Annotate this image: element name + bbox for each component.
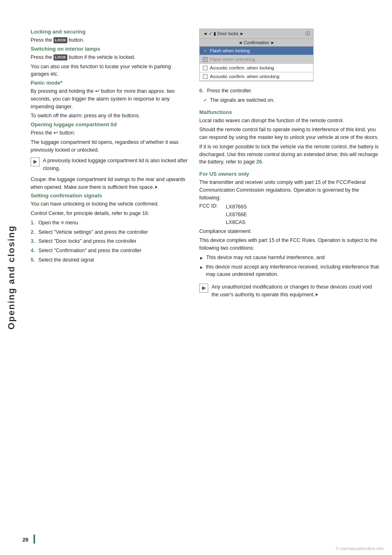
step-2: 2. Select "Vehicle settings" and press t…	[31, 228, 188, 236]
section-panic-mode: Panic mode* By pressing and holding the …	[31, 80, 188, 120]
triangle-shape	[33, 160, 37, 164]
fcc-id-2: LX8766E	[226, 211, 247, 219]
compliance-heading-text: Compliance statement:	[199, 228, 252, 234]
interior-lamps-text2: You can also use this function to locate…	[31, 63, 188, 78]
step-6: 6. Press the controller.	[199, 87, 380, 95]
malfunctions-text2: Should the remote control fail to operat…	[199, 126, 380, 141]
checkmark-icon: ✓	[203, 96, 207, 104]
step-1: 1. Open the ≡ menu	[31, 219, 188, 227]
ui-row-flash-locking: Flash when locking	[200, 47, 313, 55]
page-number: 28	[22, 537, 28, 543]
step-6-subtext: ✓ The signals are switched on.	[203, 96, 380, 104]
step-4-num: 4.	[31, 247, 36, 255]
section-confirmation: Setting confirmation signals You can hav…	[31, 192, 188, 264]
panic-text2: To switch off the alarm: press any of th…	[31, 112, 188, 120]
ui-row-acoustic-unlocking: Acoustic confirm. when unlocking	[200, 72, 313, 81]
step-3: 3. Select "Door locks" and press the con…	[31, 237, 188, 245]
us-note-triangle-icon	[199, 284, 208, 293]
interior-lamps-text1: Press the LOCK button if the vehicle is …	[31, 54, 188, 61]
for-us-intro: The transmitter and receiver units compl…	[199, 179, 380, 201]
sidebar: Opening and closing	[0, 0, 22, 555]
step-5-num: 5.	[31, 256, 36, 264]
us-note-box: Any unauthorized modifications or change…	[199, 283, 380, 299]
checkbox-acoustic-unlocking	[203, 74, 207, 79]
step-1-num: 1.	[31, 219, 36, 227]
ui-row-flash-unlocking: Flash when unlocking	[200, 55, 313, 64]
fcc-table: FCC ID: LX8766S LX8766E LX8CAS	[199, 203, 380, 226]
confirmation-steps: 1. Open the ≡ menu 2. Select "Vehicle se…	[31, 219, 188, 264]
bullet-1-text: This device may not cause harmful interf…	[206, 254, 325, 262]
heading-confirmation: Setting confirmation signals	[31, 192, 188, 199]
heading-interior-lamps: Switching on interior lamps	[31, 46, 188, 52]
ui-row-flash-locking-label: Flash when locking	[210, 48, 250, 53]
bullet-arrow-2: ►	[199, 264, 203, 279]
panic-text1: By pressing and holding the ↩ button for…	[31, 87, 188, 110]
page-bar	[33, 535, 35, 544]
bullet-2: ► this device must accept any interferen…	[199, 263, 380, 279]
step-3-num: 3.	[31, 237, 36, 245]
checkbox-flash-locking	[203, 49, 207, 53]
ui-panel-subheader: ◄ Confirmation ►	[200, 39, 313, 47]
step-4-text: Select "Confirmation" and press the cont…	[38, 247, 141, 255]
ui-panel-screenshot: ◄ ✓ ▮ Door locks ► ⓘ ◄ Confirmation ► Fl…	[199, 29, 314, 81]
end-mark-us	[316, 293, 318, 296]
luggage-text2: The luggage compartment lid opens, regar…	[31, 139, 188, 154]
ui-panel-header-right: ⓘ	[305, 31, 310, 37]
section-malfunctions: Malfunctions Local radio waves can disru…	[199, 109, 380, 166]
fcc-id-1: LX8766S	[226, 203, 247, 211]
ui-panel-header: ◄ ✓ ▮ Door locks ► ⓘ	[200, 29, 313, 39]
ui-row-acoustic-unlocking-label: Acoustic confirm. when unlocking	[210, 74, 279, 79]
heading-luggage: Opening luggage compartment lid	[31, 121, 188, 128]
ui-panel-header-left: ◄ ✓ ▮ Door locks ►	[203, 31, 244, 36]
step-2-text: Select "Vehicle settings" and press the …	[38, 228, 148, 236]
fcc-id-3: LX8CAS	[226, 219, 247, 226]
compliance-text: This device complies with part 15 of the…	[199, 237, 380, 252]
step-3-text: Select "Door locks" and press the contro…	[38, 237, 136, 245]
step-6-num: 6.	[199, 87, 205, 95]
section-locking: Locking and securing Press the LOCK butt…	[31, 29, 188, 44]
confirmation-text1: You can have unlocking or locking the ve…	[31, 200, 188, 208]
lock-icon-inline: LOCK	[53, 37, 67, 44]
end-mark-luggage	[155, 186, 158, 189]
locking-text: Press the LOCK button.	[31, 36, 188, 44]
watermark: © carmanualsonline.info	[336, 546, 384, 551]
step-2-num: 2.	[31, 228, 36, 236]
section-for-us-owners: For US owners only The transmitter and r…	[199, 171, 380, 302]
ui-row-flash-unlocking-label: Flash when unlocking	[210, 57, 255, 62]
checkbox-flash-unlocking	[203, 57, 207, 62]
malfunctions-text1: Local radio waves can disrupt the functi…	[199, 117, 380, 125]
right-column: ◄ ✓ ▮ Door locks ► ⓘ ◄ Confirmation ► Fl…	[199, 29, 380, 302]
compliance-heading: Compliance statement:	[199, 228, 380, 235]
luggage-text3: Coupe: the luggage compartment lid swing…	[31, 176, 188, 191]
luggage-note-box: A previously locked luggage compartment …	[31, 157, 188, 172]
page-ref-26: 26	[256, 159, 262, 165]
fcc-id-label: FCC ID:	[199, 203, 218, 226]
bullet-2-text: this device must accept any interference…	[206, 263, 380, 279]
left-column: Locking and securing Press the LOCK butt…	[31, 29, 188, 302]
checkbox-acoustic-locking	[203, 66, 207, 70]
section-interior-lamps: Switching on interior lamps Press the LO…	[31, 46, 188, 78]
luggage-note-text: A previously locked luggage compartment …	[43, 157, 188, 172]
us-triangle-shape	[202, 286, 206, 290]
heading-for-us-owners: For US owners only	[199, 171, 380, 177]
step-5-text: Select the desired signal	[38, 256, 94, 264]
main-content: Locking and securing Press the LOCK butt…	[22, 25, 392, 327]
note-triangle-icon	[31, 157, 40, 166]
heading-panic-mode: Panic mode*	[31, 80, 188, 86]
heading-locking: Locking and securing	[31, 29, 188, 35]
section-luggage: Opening luggage compartment lid Press th…	[31, 121, 188, 191]
step-6-signal-text: The signals are switched on.	[210, 96, 274, 104]
us-note-text: Any unauthorized modifications or change…	[212, 283, 380, 299]
bullet-arrow-1: ►	[199, 255, 204, 262]
ui-row-acoustic-locking-label: Acoustic confirm. when locking	[210, 65, 274, 70]
luggage-text1: Press the ↩ button:	[31, 129, 188, 137]
step-5: 5. Select the desired signal	[31, 256, 188, 264]
malfunctions-text3: If it is no longer possible to lock the …	[199, 143, 380, 166]
fcc-ids-list: LX8766S LX8766E LX8CAS	[226, 203, 247, 226]
step-4: 4. Select "Confirmation" and press the c…	[31, 247, 188, 255]
step-1-text: Open the ≡ menu	[38, 219, 78, 227]
confirmation-text2: Control Center, for principle details, r…	[31, 210, 188, 217]
step-6-text: Press the controller.	[207, 87, 252, 95]
heading-malfunctions: Malfunctions	[199, 109, 380, 115]
lock-icon-lamps: LOCK	[53, 54, 67, 61]
